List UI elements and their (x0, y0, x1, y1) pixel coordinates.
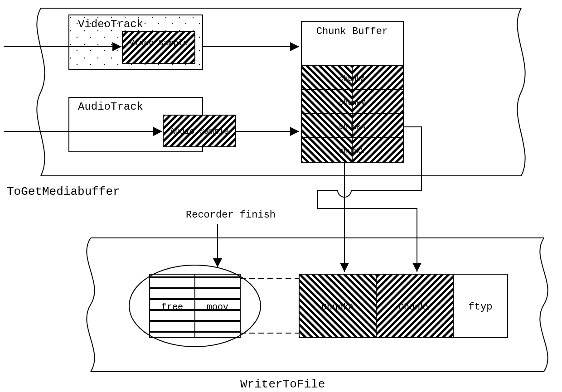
svg-text:chunkA: chunkA (339, 123, 365, 131)
chunk-row-1: chunkV (301, 90, 403, 114)
chunkV-label: ChunkV (398, 302, 431, 312)
moov-label: moov (207, 302, 228, 312)
upper-label: ToGetMediabuffer (7, 185, 120, 198)
svg-text:chunkV: chunkV (339, 147, 365, 155)
audio-track-box: AudioTrack Audio Sample (69, 97, 236, 152)
video-track-box: VideoTrack Video Sample (69, 15, 203, 69)
svg-text:chunkV: chunkV (339, 99, 365, 107)
svg-text:chunkA: chunkA (339, 75, 365, 83)
audio-sample-label: Audio Sample (170, 127, 229, 136)
chunk-row-2: chunkA (301, 114, 403, 138)
chunkA-label: ChunkA (321, 302, 354, 312)
svg-rect-10 (122, 32, 195, 63)
lower-blocks: ChunkA ChunkV ftyp (299, 274, 508, 338)
audio-track-title: AudioTrack (78, 101, 143, 113)
recorder-finish-label: Recorder finish (186, 209, 276, 221)
chunk-buffer-title-1: Chunk Buffer (316, 26, 388, 37)
free-label: free (161, 302, 183, 312)
video-track-title: VideoTrack (78, 18, 143, 30)
video-sample-label: Video Sample (129, 39, 188, 48)
audio-sample-box: Audio Sample (163, 115, 236, 147)
video-sample-box: Video Sample (122, 32, 195, 63)
chunk-buffer: Chunk Buffer chunkA chunkV chunkA chunkV (301, 22, 403, 162)
free-moov-group: free moov (129, 265, 261, 347)
lower-label: WriterToFile (240, 377, 325, 391)
chunk-row-0: chunkA (301, 66, 403, 90)
chunk-row-3: chunkV (301, 138, 403, 162)
ftyp-label: ftyp (469, 301, 493, 313)
